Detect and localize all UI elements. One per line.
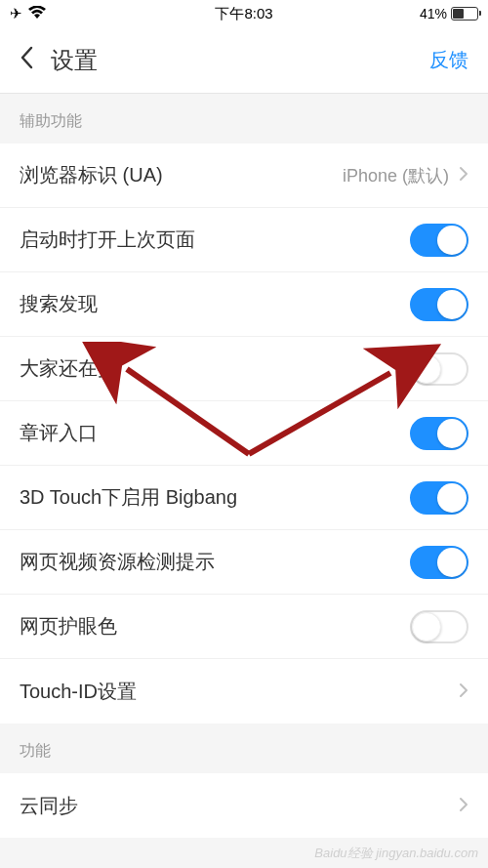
setting-label: 章评入口	[20, 420, 98, 446]
wifi-icon	[28, 6, 46, 22]
setting-control	[410, 288, 468, 321]
setting-label: 浏览器标识 (UA)	[20, 162, 163, 188]
setting-control	[410, 224, 468, 257]
setting-label: 网页护眼色	[20, 613, 117, 640]
setting-row: 网页视频资源检测提示	[0, 530, 488, 595]
toggle-knob	[437, 548, 467, 577]
status-right: 41%	[420, 6, 478, 21]
setting-row[interactable]: 浏览器标识 (UA)iPhone (默认)	[0, 144, 488, 208]
setting-row: 章评入口	[0, 401, 488, 466]
status-bar: ✈ 下午8:03 41%	[0, 0, 488, 27]
setting-control	[410, 546, 468, 579]
toggle-knob	[437, 419, 467, 448]
section-header: 功能	[0, 723, 488, 773]
settings-content: 辅助功能浏览器标识 (UA)iPhone (默认)启动时打开上次页面搜索发现大家…	[0, 94, 488, 838]
battery-percent: 41%	[420, 6, 447, 21]
settings-list: 浏览器标识 (UA)iPhone (默认)启动时打开上次页面搜索发现大家还在搜章…	[0, 144, 488, 723]
setting-row: 大家还在搜	[0, 337, 488, 401]
toggle-knob	[412, 612, 441, 641]
toggle-switch[interactable]	[410, 546, 468, 579]
watermark: Baidu经验 jingyan.baidu.com	[314, 845, 478, 862]
toggle-knob	[437, 226, 467, 255]
toggle-switch[interactable]	[410, 610, 468, 643]
nav-bar: 设置 反馈	[0, 27, 488, 94]
chevron-right-icon	[459, 681, 468, 703]
status-time: 下午8:03	[215, 5, 272, 23]
feedback-button[interactable]: 反馈	[429, 47, 468, 73]
page-title: 设置	[51, 45, 429, 76]
toggle-knob	[437, 483, 467, 513]
setting-row: 网页护眼色	[0, 595, 488, 659]
back-button[interactable]	[20, 45, 33, 76]
setting-control	[459, 681, 468, 703]
setting-control	[410, 481, 468, 515]
setting-label: 搜索发现	[20, 291, 98, 317]
setting-label: 大家还在搜	[20, 355, 117, 382]
setting-label: 启动时打开上次页面	[20, 227, 195, 253]
toggle-switch[interactable]	[410, 417, 468, 450]
settings-list: 云同步	[0, 773, 488, 838]
airplane-icon: ✈	[10, 5, 22, 22]
chevron-right-icon	[459, 164, 468, 186]
setting-row: 搜索发现	[0, 272, 488, 337]
battery-icon	[451, 7, 478, 21]
setting-row[interactable]: Touch-ID设置	[0, 659, 488, 723]
setting-control	[410, 352, 468, 386]
setting-control: iPhone (默认)	[343, 164, 468, 187]
setting-control	[459, 795, 468, 817]
setting-label: Touch-ID设置	[20, 679, 137, 705]
setting-row[interactable]: 云同步	[0, 773, 488, 838]
setting-label: 云同步	[20, 793, 78, 819]
section-header: 辅助功能	[0, 94, 488, 144]
setting-control	[410, 417, 468, 450]
toggle-switch[interactable]	[410, 481, 468, 515]
setting-value: iPhone (默认)	[343, 164, 449, 187]
setting-row: 3D Touch下启用 Bigbang	[0, 466, 488, 530]
setting-row: 启动时打开上次页面	[0, 208, 488, 272]
setting-label: 3D Touch下启用 Bigbang	[20, 484, 237, 511]
setting-label: 网页视频资源检测提示	[20, 549, 215, 575]
setting-control	[410, 610, 468, 643]
toggle-knob	[412, 354, 441, 384]
toggle-switch[interactable]	[410, 288, 468, 321]
toggle-knob	[437, 290, 467, 319]
toggle-switch[interactable]	[410, 224, 468, 257]
status-left: ✈	[10, 5, 46, 22]
chevron-right-icon	[459, 795, 468, 817]
toggle-switch[interactable]	[410, 352, 468, 386]
